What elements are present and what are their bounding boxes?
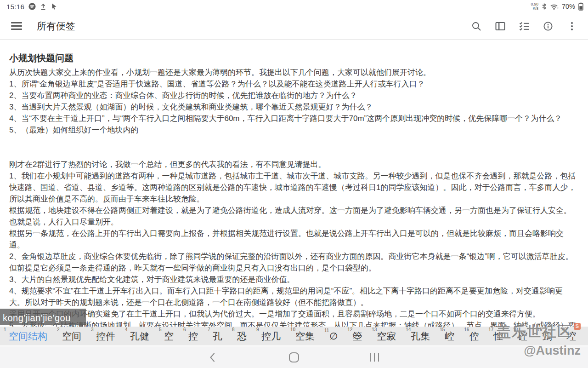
page-title: 所有便签 xyxy=(37,20,75,33)
ime-candidate[interactable]: 8恐 xyxy=(232,330,247,343)
candidate-text: 控件 xyxy=(96,331,115,341)
spotify-icon xyxy=(28,3,36,10)
candidate-text: ∅ xyxy=(329,331,338,341)
ime-candidate[interactable]: 14孔集 xyxy=(406,330,430,343)
ime-candidate[interactable]: 1空间结构 xyxy=(4,330,47,343)
more-icon[interactable] xyxy=(566,20,578,32)
note-editor[interactable]: 小规划快题问题 从历次快题大家交上来的作业看，小规划一题还是大家最为薄弱的环节。… xyxy=(0,40,588,327)
note-line: 5、要形成一个结构清晰的场地规划，就要在设计时关注室外空间，而不是仅仅关注建筑形… xyxy=(9,320,579,327)
note-line: 2、金角银边草肚皮，商业综合体要优先临街，除了熊同学说的保证完整的沿街面以外，还… xyxy=(9,251,579,262)
ime-candidate[interactable]: 2空间 xyxy=(57,330,81,343)
note-line: 3、大片的自然景观优先配给文化建筑，对于商业建筑来说最重要的还是商业价值。 xyxy=(9,274,579,285)
candidate-number: 14 xyxy=(406,327,411,332)
candidate-number: 6 xyxy=(183,327,186,332)
status-bar: 15:16 0.90 K/s xyxy=(0,0,588,13)
note-line: 采用只开一个口的内环确实避免了在主干道上开口，但我认为代价过大。一是增加了交通面… xyxy=(9,308,579,320)
note-line: 从历次快题大家交上来的作业看，小规划一题还是大家最为薄弱的环节。我提出以下几个问… xyxy=(9,67,579,78)
candidate-text: 恐 xyxy=(237,331,247,341)
ime-candidate[interactable]: 7孔 xyxy=(208,330,222,343)
split-view-icon[interactable] xyxy=(494,20,506,32)
ime-candidate[interactable]: 5空 xyxy=(159,330,174,343)
candidate-number: 9 xyxy=(256,327,259,332)
ime-candidate[interactable]: 12箜 xyxy=(347,330,362,343)
screen: 15:16 0.90 K/s xyxy=(0,0,588,368)
candidate-number: 1 xyxy=(4,327,6,332)
back-button[interactable] xyxy=(199,346,226,368)
checklist-icon[interactable] xyxy=(518,20,530,32)
recents-button[interactable] xyxy=(361,346,388,368)
candidate-text: 崆 xyxy=(445,331,454,341)
ime-candidate[interactable]: 10空集 xyxy=(290,330,315,343)
note-line: 5、（最难）如何组织好一个地块内的 xyxy=(9,124,579,136)
ime-candidate[interactable]: 4孔健 xyxy=(125,330,149,343)
note-line: 根据规范，地块建设不得在公路两侧正对着建设，就是为了避免公路街道化，造成人流对穿… xyxy=(9,205,579,216)
candidate-number: 2 xyxy=(57,327,60,332)
candidate-number: 4 xyxy=(125,327,128,332)
ime-candidate[interactable]: 11∅ xyxy=(324,331,338,342)
ime-candidate[interactable]: 13空寂 xyxy=(372,330,396,343)
candidate-number: 10 xyxy=(290,327,295,332)
note-line: 4、当“不要在主干道上开口”，与“两个车行入口之间相隔要大于60m，车行入口距离… xyxy=(9,113,579,124)
ime-candidate[interactable]: 16倥 xyxy=(464,330,479,343)
candidate-text: 空间 xyxy=(62,331,81,341)
note-line: 3、当遇到大片天然景观（如湖面）的时候，文化类建筑和商业类建筑，哪个靠近天然景观… xyxy=(9,101,579,113)
note-title: 小规划快题问题 xyxy=(9,52,579,64)
info-icon[interactable] xyxy=(542,20,554,32)
note-line xyxy=(9,147,579,159)
candidate-text: 孔 xyxy=(213,331,222,341)
menu-icon[interactable] xyxy=(11,22,22,29)
note-line: 刚才在2群进行了热烈的讨论，我做一个总结，但更多的代表我的看法，有不同意见请提出… xyxy=(9,159,579,170)
candidate-number: 3 xyxy=(91,327,94,332)
candidate-number: 11 xyxy=(324,328,329,333)
note-line: 通。 xyxy=(9,239,579,251)
candidate-number: 18 xyxy=(513,327,518,332)
ime-candidate[interactable]: 15崆 xyxy=(440,330,454,343)
ime-candidate[interactable]: 18硿 xyxy=(513,330,527,343)
ime-composing-text: kong'jian'jie'gou xyxy=(0,309,86,325)
clock: 15:16 xyxy=(6,3,24,11)
ime-candidate[interactable]: 9控几 xyxy=(256,330,281,343)
ime-candidate[interactable]: 19鵼 xyxy=(537,330,552,343)
note-lines: 从历次快题大家交上来的作业看，小规划一题还是大家最为薄弱的环节。我提出以下几个问… xyxy=(9,67,579,327)
candidate-text: 控几 xyxy=(261,331,281,341)
app-toolbar: 所有便签 xyxy=(0,13,588,40)
candidate-text: 倥 xyxy=(469,331,479,341)
candidate-text: 孔集 xyxy=(411,331,430,341)
note-line: 所以其商业价值是不高的。反而由于车来车往比较危险。 xyxy=(9,193,579,205)
candidate-number: 15 xyxy=(440,327,445,332)
note-line: 1、所谓“金角银边草肚皮”是否适用于快速路、国道、省道等公路？为什么？以及能不能… xyxy=(9,78,579,90)
candidate-text: 空寂 xyxy=(377,331,396,341)
ime-candidate-bar: 1空间结构2空间3控件4孔健5空6控7孔8恐9控几10空集11∅12箜13空寂1… xyxy=(0,327,588,345)
candidate-number: 17 xyxy=(488,327,493,332)
note-line: 1、我们在小规划中可能遇到的道路有两种，一种是城市道路，包括城市主干道、城市次干… xyxy=(9,170,579,182)
candidate-number: 8 xyxy=(232,327,235,332)
search-icon[interactable] xyxy=(470,20,482,32)
navigation-bar xyxy=(0,346,588,368)
ime-candidate[interactable]: 3控件 xyxy=(91,330,115,343)
home-button[interactable] xyxy=(280,346,308,368)
mouse-pointer-icon xyxy=(51,3,57,10)
ime-candidate[interactable]: 6控 xyxy=(183,330,198,343)
candidate-text: 埪 xyxy=(566,331,576,341)
candidate-text: 悾 xyxy=(493,331,503,341)
home-icon xyxy=(289,352,299,362)
note-line: 根据另一条规范，在公路上开的车行出入口需要向上报备，并根据相关规范进行设置。也就… xyxy=(9,228,579,239)
candidate-text: 箜 xyxy=(352,331,362,341)
note-line: 快速路、国道、省道、县道、乡道等。这两种道路的区别就是公路的车速快，城市道路的车… xyxy=(9,182,579,193)
battery-icon xyxy=(578,2,583,11)
wifi-icon xyxy=(550,3,559,10)
candidate-number: 7 xyxy=(208,327,210,332)
candidate-text: 空间结构 xyxy=(9,331,47,341)
candidate-text: 鵼 xyxy=(542,331,552,341)
ime-candidate[interactable]: 20埪 xyxy=(561,330,576,343)
recents-icon xyxy=(370,353,379,362)
battery-percent: 70% xyxy=(562,3,575,10)
candidate-text: 空集 xyxy=(295,331,315,341)
note-line: 大。所以对于昨天的规划题来说，还是一个口在北侧道路，一个口在南侧道路较好（但不能… xyxy=(9,297,579,308)
ime-candidate[interactable]: 17悾 xyxy=(488,330,503,343)
candidate-number: 5 xyxy=(159,327,162,332)
note-line xyxy=(9,136,579,147)
bluetooth-icon xyxy=(542,3,547,10)
candidate-text: 硿 xyxy=(518,331,527,341)
candidate-number: 16 xyxy=(464,327,469,332)
